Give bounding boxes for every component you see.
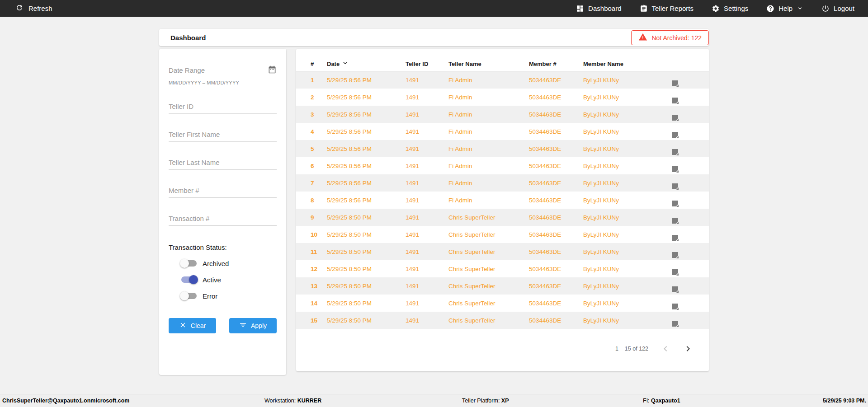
table-row[interactable]: 5 5/29/25 8:56 PM 1491 Fi Admin 5034463D… [296,140,709,157]
cell-teller-id: 1491 [406,111,448,118]
cell-teller-name: Chris SuperTeller [448,266,529,272]
cell-member-name: ByLyJI KUNy [583,94,672,101]
teller-id-input[interactable] [169,103,277,110]
cell-teller-id: 1491 [406,300,448,307]
transaction-status-label: Transaction Status: [169,243,277,251]
cell-member-name: ByLyJI KUNy [583,145,672,152]
cell-teller-name: Chris SuperTeller [448,300,529,307]
cell-member-number: 5034463DE [529,197,583,204]
cell-date: 5/29/25 8:50 PM [327,317,406,324]
cell-teller-name: Fi Admin [448,77,529,84]
sort-desc-icon [341,59,349,68]
table-row[interactable]: 9 5/29/25 8:50 PM 1491 Chris SuperTeller… [296,209,709,226]
cell-date: 5/29/25 8:56 PM [327,128,406,135]
col-header-member-num[interactable]: Member # [529,61,583,67]
table-row[interactable]: 12 5/29/25 8:50 PM 1491 Chris SuperTelle… [296,260,709,277]
cell-row-number: 2 [311,94,327,101]
nav-item-dashboard[interactable]: Dashboard [576,5,621,13]
member-number-input[interactable] [169,187,277,194]
status-toggles: Archived Active Error [169,258,277,301]
cell-teller-id: 1491 [406,197,448,204]
table-row[interactable]: 3 5/29/25 8:56 PM 1491 Fi Admin 5034463D… [296,106,709,123]
not-archived-badge[interactable]: Not Archived: 122 [631,30,709,45]
nav-label-teller-reports: Teller Reports [652,5,694,12]
cell-date: 5/29/25 8:56 PM [327,111,406,118]
member-number-field [169,187,277,197]
cell-member-number: 5034463DE [529,231,583,238]
archived-toggle[interactable] [181,260,197,267]
cell-teller-name: Chris SuperTeller [448,283,529,290]
table-row[interactable]: 8 5/29/25 8:56 PM 1491 Fi Admin 5034463D… [296,192,709,209]
error-toggle-label: Error [203,292,217,300]
table-row[interactable]: 14 5/29/25 8:50 PM 1491 Chris SuperTelle… [296,295,709,312]
teller-platform-status: Teller Platform: XP [462,398,509,404]
nav-label-logout: Logout [834,5,854,12]
refresh-icon [15,4,24,13]
cell-teller-id: 1491 [406,145,448,152]
table-row[interactable]: 7 5/29/25 8:56 PM 1491 Fi Admin 5034463D… [296,174,709,192]
clipboard-icon [640,5,648,13]
active-toggle-label: Active [203,276,221,284]
table-row[interactable]: 10 5/29/25 8:50 PM 1491 Chris SuperTelle… [296,226,709,243]
power-icon [821,5,830,13]
nav-item-teller-reports[interactable]: Teller Reports [640,5,694,13]
prev-page-icon[interactable] [660,343,671,354]
table-row[interactable]: 6 5/29/25 8:56 PM 1491 Fi Admin 5034463D… [296,157,709,174]
error-toggle[interactable] [181,293,197,299]
cell-member-number: 5034463DE [529,163,583,169]
cell-row-number: 11 [311,248,327,255]
table-row[interactable]: 2 5/29/25 8:56 PM 1491 Fi Admin 5034463D… [296,89,709,106]
cell-teller-name: Chris SuperTeller [448,248,529,255]
transaction-number-input[interactable] [169,215,277,222]
cell-date: 5/29/25 8:50 PM [327,231,406,238]
cell-teller-id: 1491 [406,94,448,101]
cell-teller-id: 1491 [406,317,448,324]
cell-teller-name: Fi Admin [448,94,529,101]
nav-item-settings[interactable]: Settings [712,5,748,13]
table-row[interactable]: 1 5/29/25 8:56 PM 1491 Fi Admin 5034463D… [296,71,709,89]
cell-date: 5/29/25 8:56 PM [327,77,406,84]
cell-member-name: ByLyJI KUNy [583,231,672,238]
col-header-num[interactable]: # [311,61,327,67]
logged-in-user: ChrisSuperTeller@Qaxpauto1.onmicrosoft.c… [2,398,129,404]
cell-member-name: ByLyJI KUNy [583,180,672,187]
col-header-member-name[interactable]: Member Name [583,61,672,67]
apply-button[interactable]: Apply [229,318,277,333]
results-table: # Date Teller ID Teller Name Member # Me… [296,49,709,371]
calendar-icon[interactable] [268,65,277,74]
cell-member-number: 5034463DE [529,145,583,152]
teller-first-name-input[interactable] [169,131,277,138]
table-row[interactable]: 11 5/29/25 8:50 PM 1491 Chris SuperTelle… [296,243,709,260]
nav-item-help[interactable]: Help [766,5,803,13]
cell-member-number: 5034463DE [529,300,583,307]
teller-id-field [169,103,277,113]
refresh-button[interactable]: Refresh [0,4,52,13]
table-row[interactable]: 4 5/29/25 8:56 PM 1491 Fi Admin 5034463D… [296,123,709,140]
status-datetime: 5/29/25 9:03 PM. [823,398,866,404]
teller-last-name-input[interactable] [169,159,277,166]
table-row[interactable]: 13 5/29/25 8:50 PM 1491 Chris SuperTelle… [296,277,709,295]
col-header-teller-name[interactable]: Teller Name [448,61,529,67]
clear-button[interactable]: Clear [169,318,216,333]
active-toggle[interactable] [181,276,197,283]
cell-row-number: 12 [311,266,327,272]
pagination-range: 1 – 15 of 122 [615,346,648,352]
col-header-date[interactable]: Date [327,59,406,68]
cell-member-name: ByLyJI KUNy [583,214,672,221]
cell-teller-id: 1491 [406,77,448,84]
nav-item-logout[interactable]: Logout [821,5,854,13]
cell-date: 5/29/25 8:50 PM [327,300,406,307]
cell-row-number: 15 [311,317,327,324]
warning-icon [638,33,647,43]
table-row[interactable]: 15 5/29/25 8:50 PM 1491 Chris SuperTelle… [296,312,709,329]
cell-teller-id: 1491 [406,128,448,135]
cell-teller-name: Fi Admin [448,197,529,204]
next-page-icon[interactable] [683,343,693,354]
cell-row-number: 3 [311,111,327,118]
nav-label-dashboard: Dashboard [588,5,621,12]
cell-teller-id: 1491 [406,283,448,290]
date-range-input[interactable] [169,66,268,74]
cell-teller-name: Fi Admin [448,163,529,169]
cell-row-number: 1 [311,77,327,84]
col-header-teller-id[interactable]: Teller ID [406,61,448,67]
